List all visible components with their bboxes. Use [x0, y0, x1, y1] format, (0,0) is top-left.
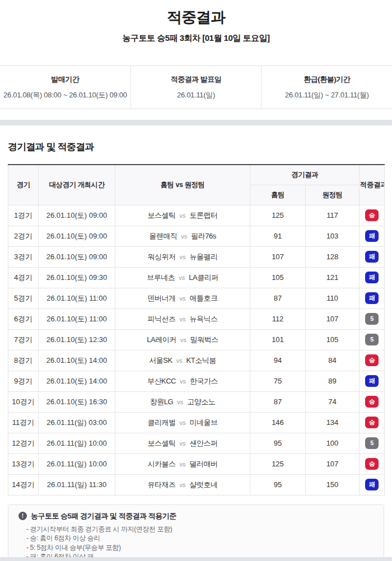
hit-cell: 승: [360, 205, 385, 226]
table-row: 13경기 26.01.11(일) 10:00 시카불스vs댈러매버 125 10…: [8, 454, 385, 474]
page: { "page": { "title": "적중결과", "subtitle":…: [0, 0, 392, 561]
home-score: 94: [250, 350, 306, 371]
vs-label: vs: [180, 481, 186, 488]
info-value: 26.01.11(일) ~ 27.01.11(월): [264, 90, 390, 100]
home-score: 146: [250, 412, 306, 433]
result-badge: 패: [365, 251, 379, 263]
hit-cell: 5: [360, 329, 385, 350]
away-score: 105: [306, 329, 360, 350]
away-team-name: 필라76s: [191, 232, 216, 240]
home-team-name: 창원LG: [150, 398, 173, 406]
result-table-body: 1경기 26.01.10(토) 09:00 보스셀틱vs토론랩터 125 117…: [8, 205, 385, 495]
matchup: 서울SKvsKT소닉붐: [115, 350, 250, 371]
matchup: 올랜매직vs필라76s: [115, 226, 250, 246]
home-score: 107: [250, 246, 306, 267]
game-time: 26.01.11(일) 10:00: [39, 454, 115, 474]
home-team-name: 피닉선즈: [148, 315, 176, 323]
away-team-name: 뉴올펠리: [190, 253, 218, 261]
col-header-teams: 홈팀 vs 원정팀: [115, 165, 250, 205]
result-badge: 5: [365, 334, 379, 345]
home-team-name: 덴버너게: [148, 294, 176, 302]
result-table-head: 경기 대상경기 개최시간 홈팀 vs 원정팀 경기결과 적중결과 홈팀 원정팀: [8, 165, 385, 205]
vs-label: vs: [180, 419, 186, 426]
result-badge: 승: [365, 458, 379, 470]
matchup: 브루네츠vsLA클리퍼: [115, 267, 250, 288]
matchup: 유타재즈vs샬럿호네: [115, 474, 250, 495]
away-score: 89: [306, 371, 360, 391]
game-number: 2경기: [8, 226, 39, 246]
hit-cell: 승: [360, 454, 385, 474]
hit-cell: 승: [360, 412, 385, 433]
vs-label: vs: [180, 378, 186, 385]
home-score: 87: [250, 391, 306, 412]
table-row: 10경기 26.01.10(토) 16:30 창원LGvs고양소노 87 74 …: [8, 391, 385, 412]
away-score: 74: [306, 391, 360, 412]
matchup: LA레이커vs밀워벅스: [115, 329, 250, 350]
hit-cell: 승: [360, 391, 385, 412]
home-team-name: 워싱위저: [148, 253, 176, 261]
result-badge: 패: [365, 479, 379, 490]
game-time: 26.01.10(토) 14:00: [39, 350, 115, 371]
game-time: 26.01.10(토) 11:00: [39, 288, 115, 308]
away-score: 128: [306, 246, 360, 267]
vs-label: vs: [177, 399, 183, 405]
home-score: 95: [250, 433, 306, 454]
game-time: 26.01.10(토) 09:00: [39, 226, 115, 246]
game-number: 4경기: [8, 267, 39, 288]
vs-label: vs: [180, 212, 186, 219]
away-score: 150: [306, 474, 360, 495]
col-header-hit: 적중결과: [360, 165, 385, 205]
info-label: 적중결과 발표일: [133, 74, 259, 85]
table-row: 6경기 26.01.10(토) 11:00 피닉선즈vs뉴욕닉스 112 107…: [8, 308, 385, 329]
away-team-name: 고양소노: [187, 398, 215, 406]
table-row: 5경기 26.01.10(토) 11:00 덴버너게vs애틀호크 87 110 …: [8, 288, 385, 308]
home-score: 91: [250, 226, 306, 246]
note-head: ! 농구토토 승5패 경기결과 및 적중결과 적용기준: [18, 511, 374, 521]
page-subtitle: 농구토토 승5패 3회차 [01월 10일 토요일]: [0, 33, 392, 44]
vs-label: vs: [180, 440, 186, 447]
note-title: 농구토토 승5패 경기결과 및 적중결과 적용기준: [31, 511, 176, 521]
hit-cell: 5: [360, 433, 385, 454]
table-row: 14경기 26.01.11(일) 11:30 유타재즈vs샬럿호네 95 150…: [8, 474, 385, 495]
away-score: 107: [306, 454, 360, 474]
away-score: 134: [306, 412, 360, 433]
page-title: 적중결과: [0, 7, 392, 27]
hit-cell: 패: [360, 474, 385, 495]
table-row: 4경기 26.01.10(토) 09:30 브루네츠vsLA클리퍼 105 12…: [8, 267, 385, 288]
home-team-name: 올랜매직: [149, 232, 177, 240]
vs-label: vs: [180, 316, 186, 322]
game-number: 9경기: [8, 371, 39, 391]
away-team-name: KT소닉붐: [186, 356, 216, 364]
table-row: 3경기 26.01.10(토) 09:00 워싱위저vs뉴올펠리 107 128…: [8, 246, 385, 267]
home-score: 101: [250, 329, 306, 350]
away-score: 121: [306, 267, 360, 288]
game-time: 26.01.10(토) 11:00: [39, 308, 115, 329]
note-box: ! 농구토토 승5패 경기결과 및 적중결과 적용기준 - 경기시작부터 최종 …: [8, 504, 384, 561]
result-badge: 패: [365, 272, 379, 283]
game-number: 8경기: [8, 350, 39, 371]
matchup: 창원LGvs고양소노: [115, 391, 250, 412]
game-time: 26.01.10(토) 16:30: [39, 391, 115, 412]
note-line: - 승: 홈이 6점차 이상 승리: [26, 534, 374, 543]
bottom-divider-band: [0, 557, 392, 561]
game-number: 1경기: [8, 205, 39, 226]
info-cell-result-date: 적중결과 발표일 26.01.11(일): [130, 66, 262, 109]
matchup: 보스셀틱vs샌안스퍼: [115, 433, 250, 454]
vs-label: vs: [181, 233, 187, 240]
table-row: 8경기 26.01.10(토) 14:00 서울SKvsKT소닉붐 94 84 …: [8, 350, 385, 371]
result-table-wrap: 경기 대상경기 개최시간 홈팀 vs 원정팀 경기결과 적중결과 홈팀 원정팀 …: [8, 164, 384, 495]
result-badge: 승: [365, 417, 379, 428]
home-score: 112: [250, 308, 306, 329]
game-time: 26.01.10(토) 12:30: [39, 329, 115, 350]
result-badge: 5: [365, 313, 379, 325]
hit-cell: 승: [360, 350, 385, 371]
home-team-name: 부산KCC: [147, 377, 176, 385]
vs-label: vs: [180, 254, 186, 260]
info-label: 발매기간: [2, 74, 128, 85]
note-line: - 경기시작부터 최종 경기종료 시 까지(연장전 포함): [26, 525, 374, 534]
away-team-name: 댈러매버: [190, 460, 218, 468]
home-score: 95: [250, 474, 306, 495]
hit-cell: 패: [360, 246, 385, 267]
matchup: 시카불스vs댈러매버: [115, 454, 250, 474]
away-team-name: 한국가스: [190, 377, 218, 385]
